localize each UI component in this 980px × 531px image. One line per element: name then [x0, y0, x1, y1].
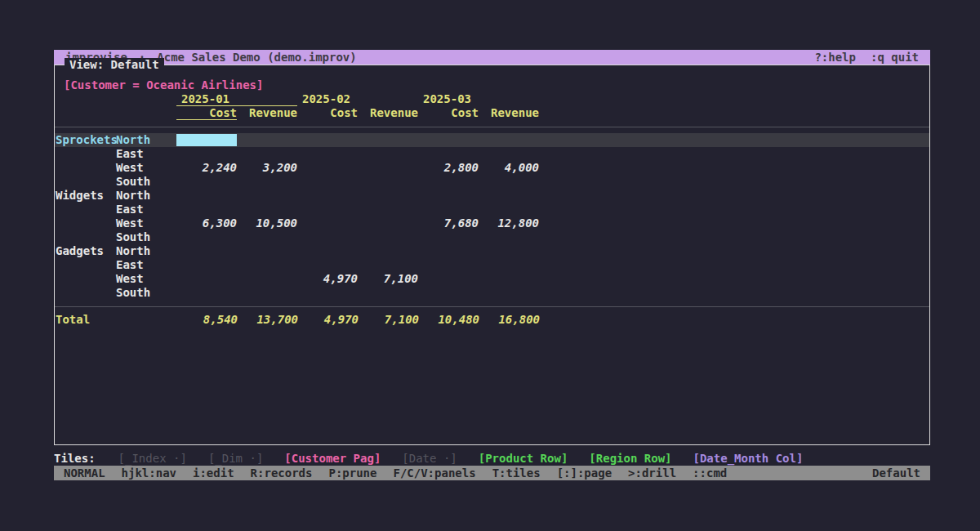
- value-cell[interactable]: [479, 203, 539, 216]
- value-cell[interactable]: [418, 147, 479, 161]
- cell-product[interactable]: Widgets: [55, 189, 116, 203]
- value-cell[interactable]: [358, 161, 418, 175]
- value-cell[interactable]: [297, 161, 358, 175]
- value-cell[interactable]: 2,240: [176, 161, 237, 175]
- cell-product[interactable]: [55, 230, 116, 244]
- value-cell[interactable]: [479, 286, 539, 300]
- cell-product[interactable]: [55, 147, 116, 161]
- value-cell[interactable]: [237, 286, 297, 300]
- value-cell[interactable]: [237, 203, 297, 216]
- cell-region[interactable]: West: [116, 216, 176, 230]
- month-group-header[interactable]: 2025-03: [418, 92, 539, 106]
- value-cell[interactable]: [358, 203, 418, 216]
- value-cell[interactable]: [297, 286, 358, 300]
- measure-header[interactable]: Revenue: [479, 106, 539, 120]
- value-cell[interactable]: [358, 258, 418, 272]
- tile-item[interactable]: [Product Row]: [479, 452, 568, 465]
- cell-region[interactable]: South: [116, 230, 176, 244]
- cell-product[interactable]: Sprockets: [55, 133, 116, 147]
- value-cell[interactable]: [479, 133, 539, 147]
- value-cell[interactable]: 2,800: [418, 161, 479, 175]
- value-cell[interactable]: [297, 216, 358, 230]
- value-cell[interactable]: [297, 133, 358, 147]
- value-cell[interactable]: [418, 286, 479, 300]
- selected-cell-cursor[interactable]: [176, 134, 237, 146]
- cell-product[interactable]: [55, 161, 116, 175]
- cell-region[interactable]: East: [116, 258, 176, 272]
- value-cell[interactable]: [176, 147, 237, 161]
- cell-region[interactable]: East: [116, 147, 176, 161]
- cell-region[interactable]: North: [116, 244, 176, 258]
- value-cell[interactable]: [479, 244, 539, 258]
- cell-region[interactable]: South: [116, 286, 176, 300]
- tile-item[interactable]: [Date_Month Col]: [693, 452, 804, 465]
- value-cell[interactable]: [418, 133, 479, 147]
- value-cell[interactable]: [358, 216, 418, 230]
- cell-product[interactable]: [55, 175, 116, 189]
- value-cell[interactable]: [358, 244, 418, 258]
- value-cell[interactable]: [297, 189, 358, 203]
- value-cell[interactable]: [176, 203, 237, 216]
- value-cell[interactable]: 6,300: [176, 216, 237, 230]
- value-cell[interactable]: [176, 286, 237, 300]
- value-cell[interactable]: 4,000: [479, 161, 539, 175]
- value-cell[interactable]: [237, 147, 297, 161]
- value-cell[interactable]: [479, 147, 539, 161]
- measure-header[interactable]: Cost: [297, 106, 358, 120]
- value-cell[interactable]: [237, 189, 297, 203]
- cell-product[interactable]: [55, 216, 116, 230]
- value-cell[interactable]: [479, 258, 539, 272]
- value-cell[interactable]: 7,100: [358, 272, 418, 286]
- cell-product[interactable]: Gadgets: [55, 244, 116, 258]
- cell-region[interactable]: North: [116, 189, 176, 203]
- value-cell[interactable]: [418, 175, 479, 189]
- value-cell[interactable]: [358, 175, 418, 189]
- quit-keybind[interactable]: :q quit: [871, 50, 919, 65]
- measure-header[interactable]: Revenue: [237, 106, 297, 120]
- value-cell[interactable]: [418, 272, 479, 286]
- tile-item[interactable]: [_Dim ·]: [208, 452, 263, 465]
- value-cell[interactable]: [176, 189, 237, 203]
- cell-region[interactable]: East: [116, 203, 176, 216]
- value-cell[interactable]: 7,680: [418, 216, 479, 230]
- cell-product[interactable]: [55, 272, 116, 286]
- cell-region[interactable]: North: [116, 133, 176, 147]
- value-cell[interactable]: [297, 244, 358, 258]
- month-group-header[interactable]: 2025-01: [176, 92, 297, 106]
- value-cell[interactable]: [176, 230, 237, 244]
- cell-product[interactable]: [55, 286, 116, 300]
- value-cell[interactable]: [418, 258, 479, 272]
- value-cell[interactable]: [297, 147, 358, 161]
- value-cell[interactable]: [237, 133, 297, 147]
- cell-region[interactable]: West: [116, 161, 176, 175]
- value-cell[interactable]: [237, 272, 297, 286]
- cell-product[interactable]: [55, 258, 116, 272]
- value-cell[interactable]: [358, 147, 418, 161]
- value-cell[interactable]: [297, 258, 358, 272]
- value-cell[interactable]: 4,970: [297, 272, 358, 286]
- value-cell[interactable]: [176, 272, 237, 286]
- value-cell[interactable]: [237, 258, 297, 272]
- value-cell[interactable]: [479, 189, 539, 203]
- value-cell[interactable]: 12,800: [479, 216, 539, 230]
- value-cell[interactable]: [358, 133, 418, 147]
- value-cell[interactable]: 10,500: [237, 216, 297, 230]
- filter-badge[interactable]: [Customer = Oceanic Airlines]: [64, 78, 929, 92]
- measure-header[interactable]: Revenue: [358, 106, 418, 120]
- measure-header[interactable]: Cost: [176, 106, 237, 120]
- tile-item[interactable]: [Date ·]: [402, 452, 457, 465]
- value-cell[interactable]: [479, 175, 539, 189]
- tile-item[interactable]: [Region Row]: [589, 452, 671, 465]
- tile-item[interactable]: [Customer Pag]: [284, 452, 381, 465]
- value-cell[interactable]: [176, 244, 237, 258]
- value-cell[interactable]: 3,200: [237, 161, 297, 175]
- cell-region[interactable]: West: [116, 272, 176, 286]
- month-group-header[interactable]: 2025-02: [297, 92, 418, 106]
- value-cell[interactable]: [176, 175, 237, 189]
- value-cell[interactable]: [297, 175, 358, 189]
- value-cell[interactable]: [418, 230, 479, 244]
- value-cell[interactable]: [479, 230, 539, 244]
- cell-product[interactable]: [55, 203, 116, 216]
- value-cell[interactable]: [358, 189, 418, 203]
- value-cell[interactable]: [297, 230, 358, 244]
